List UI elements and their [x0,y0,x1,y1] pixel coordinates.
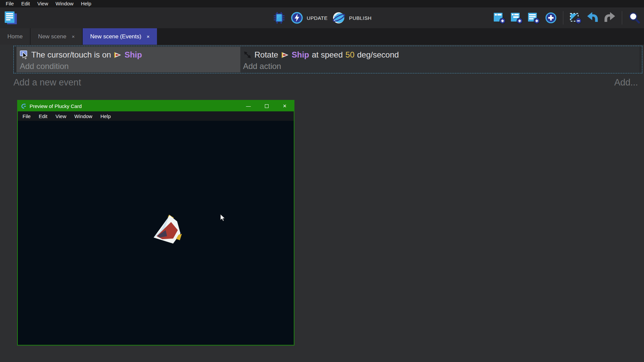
tab-label: New scene (Events) [90,33,141,40]
project-manager-icon[interactable] [3,10,18,26]
tab-new-scene[interactable]: New scene × [31,28,82,45]
preview-menu-window[interactable]: Window [70,113,96,119]
action-text-row[interactable]: Rotate Ship at speed 50 deg/second [243,48,639,61]
gdevelop-app: File Edit View Window Help [0,0,644,362]
tab-bar: Home New scene × New scene (Events) × [0,28,644,45]
events-sheet: The cursor/touch is on Ship Add conditio… [0,45,644,362]
cursor-on-object-icon [20,50,29,60]
close-icon[interactable]: × [147,34,150,39]
rotate-action-icon [243,50,252,59]
condition-cell[interactable]: The cursor/touch is on Ship Add conditio… [16,47,240,72]
action-cell[interactable]: Rotate Ship at speed 50 deg/second Add a… [240,47,639,72]
preview-window: Preview of Plucky Card — × File Edit Vie… [17,100,294,346]
choose-add-event-icon[interactable] [545,11,557,24]
condition-object-name: Ship [124,50,142,60]
publish-icon [332,11,346,25]
toolbar-separator [563,11,563,25]
preview-title-bar[interactable]: Preview of Plucky Card — × [18,101,294,111]
menu-edit[interactable]: Edit [17,0,34,7]
delete-selection-icon[interactable] [569,11,582,24]
mouse-cursor-icon [220,214,226,223]
add-event-icon[interactable] [493,11,506,24]
preview-menu-edit[interactable]: Edit [35,113,51,119]
main-toolbar: UPDATE PUBLISH [0,7,644,28]
redo-icon[interactable] [603,11,616,24]
publish-label: PUBLISH [349,15,372,21]
action-object-name: Ship [292,50,309,60]
minimize-icon[interactable]: — [239,101,257,111]
close-icon[interactable]: × [72,34,75,39]
action-unit: deg/second [357,50,399,60]
menu-window[interactable]: Window [52,0,77,7]
action-verb: Rotate [254,50,278,60]
add-more-button[interactable]: Add... [614,77,638,88]
window-controls: — × [239,101,294,111]
search-icon[interactable] [628,11,641,24]
add-subevent-icon[interactable] [510,11,523,24]
update-icon [290,11,304,25]
undo-icon[interactable] [586,11,599,24]
tab-home[interactable]: Home [0,28,30,45]
toolbar-separator [622,11,622,25]
tab-new-scene-events[interactable]: New scene (Events) × [83,28,157,45]
menu-file[interactable]: File [2,0,17,7]
preview-menu-bar: File Edit View Window Help [18,111,294,121]
tab-label: Home [7,33,23,40]
condition-text: The cursor/touch is on [31,50,111,60]
menu-bar: File Edit View Window Help [0,0,644,7]
add-event-row: Add a new event Add... [13,77,638,88]
publish-button[interactable]: PUBLISH [332,11,372,25]
action-connector: at speed [312,50,343,60]
preview-menu-view[interactable]: View [51,113,70,119]
tab-label: New scene [38,33,66,40]
menu-help[interactable]: Help [77,0,95,7]
menu-view[interactable]: View [34,0,52,7]
ship-object-icon [281,52,289,58]
preview-window-title: Preview of Plucky Card [30,103,82,109]
game-canvas[interactable] [18,121,294,345]
preview-menu-file[interactable]: File [18,113,35,119]
close-icon[interactable]: × [276,101,294,111]
add-condition-button[interactable]: Add condition [20,62,240,71]
preview-menu-help[interactable]: Help [96,113,115,119]
debug-icon[interactable] [272,11,286,25]
add-new-event-button[interactable]: Add a new event [13,77,81,88]
update-label: UPDATE [307,15,327,21]
action-value: 50 [346,50,355,60]
event-row[interactable]: The cursor/touch is on Ship Add conditio… [13,46,642,73]
ship-sprite [152,213,183,246]
ship-object-icon [114,52,122,58]
condition-text-row[interactable]: The cursor/touch is on Ship [20,48,240,61]
update-button[interactable]: UPDATE [290,11,327,25]
gdevelop-logo-icon [21,103,27,109]
maximize-icon[interactable] [257,101,276,111]
add-action-button[interactable]: Add action [243,62,639,71]
add-comment-icon[interactable] [527,11,540,24]
